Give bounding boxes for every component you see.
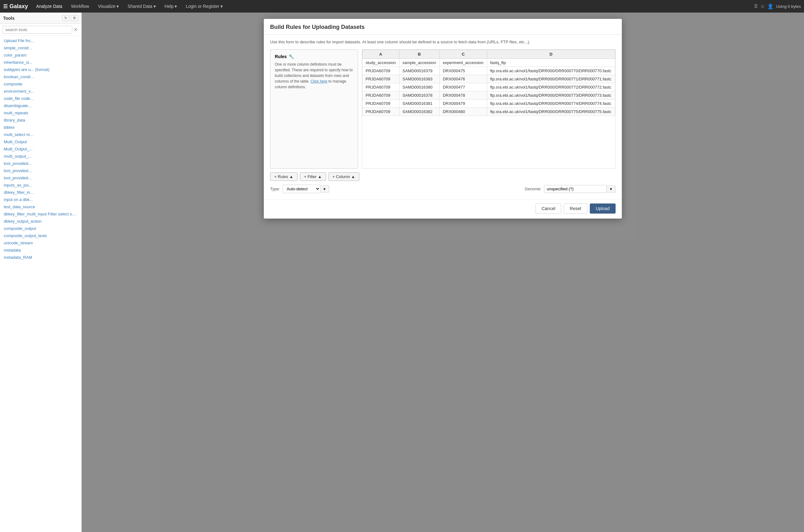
sidebar-link-inputs-json[interactable]: inputs_as_jso... <box>0 182 81 189</box>
cancel-button[interactable]: Cancel <box>535 204 561 213</box>
click-here-link[interactable]: Click here <box>311 79 327 83</box>
table-panel: A B C D study_accession sample_accession… <box>362 49 616 169</box>
sidebar-link-boolean[interactable]: boolean_condi... <box>0 73 81 80</box>
table-cell-1-0: PRJDA60709 <box>362 75 400 83</box>
sidebar-link-simple[interactable]: simple_constr... <box>0 44 81 52</box>
sidebar-link-test-data[interactable]: test_data_source <box>0 203 81 210</box>
sidebar-link-composite[interactable]: composite <box>0 80 81 88</box>
filter-button[interactable]: + Filter ▲ <box>300 172 326 181</box>
genome-input[interactable] <box>544 185 607 193</box>
sidebar-link-input-dbkey[interactable]: input on a dbk... <box>0 196 81 203</box>
sidebar-link-multi-output[interactable]: Multi_Output <box>0 138 81 146</box>
topnav-right: ⠿ ☆ 👤 Using 0 bytes <box>754 3 801 10</box>
genome-dropdown-btn[interactable]: ▼ <box>607 186 616 192</box>
table-cell-0-2: DRX000475 <box>439 67 487 75</box>
sidebar-link-library[interactable]: library_data <box>0 116 81 124</box>
header-experiment: experiment_accession <box>439 59 487 67</box>
table-cell-5-1: SAMD00016382 <box>399 108 439 116</box>
rules-button[interactable]: + Rules ▲ <box>270 172 298 181</box>
sidebar-link-multi-output2[interactable]: Multi_Output_... <box>0 146 81 153</box>
table-cell-3-3: ftp.sra.ebi.ac.uk/vol1/fastq/DRR000/DRR0… <box>487 91 615 99</box>
col-a-header: A <box>362 50 400 59</box>
sidebar-link-disambiguate[interactable]: disambiguate... <box>0 102 81 109</box>
header-sample: sample_accession <box>399 59 439 67</box>
sidebar-title: Tools <box>3 16 15 21</box>
table-cell-2-3: ftp.sra.ebi.ac.uk/vol1/fastq/DRR000/DRR0… <box>487 83 615 91</box>
modal-footer-controls: Type: Auto-detect ▼ Genome: <box>270 181 616 194</box>
table-cell-1-2: DRX000476 <box>439 75 487 83</box>
nav-login[interactable]: Login or Register ▾ <box>182 2 227 10</box>
table-row: PRJDA60709SAMD00016383DRX000476ftp.sra.e… <box>362 75 615 83</box>
status-text: Using 0 bytes <box>776 4 801 9</box>
table-cell-5-0: PRJDA60709 <box>362 108 400 116</box>
rules-actions: + Rules ▲ + Filter ▲ + Column ▲ <box>270 172 616 181</box>
sidebar-link-tool-provided[interactable]: tool_provided... <box>0 160 81 167</box>
grid-icon[interactable]: ⠿ <box>754 3 758 10</box>
modal-actions: Cancel Reset Upload <box>264 200 622 218</box>
type-group: Type: Auto-detect ▼ <box>270 185 329 193</box>
table-cell-0-1: SAMD00016379 <box>399 67 439 75</box>
type-dropdown-btn[interactable]: ▼ <box>320 186 329 192</box>
modal-description: Use this form to describe rules for impo… <box>270 40 616 44</box>
sidebar-link-dbkey-output[interactable]: dbkey_output_action <box>0 217 81 225</box>
upload-button[interactable]: Upload <box>590 204 616 213</box>
table-cell-3-0: PRJDA60709 <box>362 91 400 99</box>
nav-help[interactable]: Help ▾ <box>161 2 181 10</box>
column-button[interactable]: + Column ▲ <box>328 172 359 181</box>
modal-dialog: Build Rules for Uploading Datasets Use t… <box>264 19 622 218</box>
sidebar-settings-btn[interactable]: ⚙ <box>71 15 78 21</box>
sidebar-link-environment[interactable]: environment_v... <box>0 88 81 95</box>
table-cell-4-0: PRJDA60709 <box>362 99 400 108</box>
sidebar-link-multi-repeats[interactable]: multi_repeats <box>0 109 81 116</box>
search-input[interactable] <box>2 26 72 34</box>
sidebar-link-inheritance[interactable]: inheritance_si... <box>0 59 81 66</box>
content-area: Build Rules for Uploading Datasets Use t… <box>82 13 804 532</box>
sidebar-link-metadata[interactable]: metadata <box>0 247 81 254</box>
sidebar-link-subtypes[interactable]: subtypes are u... (format) <box>0 66 81 73</box>
sidebar-link-composite-output-tests[interactable]: composite_output_tests <box>0 232 81 239</box>
sidebar-link-tool-provided3[interactable]: tool_provided... <box>0 174 81 182</box>
sidebar-link-unicode[interactable]: unicode_stream <box>0 239 81 247</box>
nav-shared-data[interactable]: Shared Data ▾ <box>124 2 159 10</box>
nav-workflow[interactable]: Workflow <box>67 2 93 10</box>
sidebar-link-bibtex[interactable]: bibtex <box>0 124 81 131</box>
sidebar-link-dbkey-multi[interactable]: dbkey_filter_multi_input Filter select o… <box>0 210 81 217</box>
modal-title: Build Rules for Uploading Datasets <box>270 24 365 31</box>
header-fastq: fastq_ftp <box>487 59 615 67</box>
sidebar-link-multi-select[interactable]: multi_select m... <box>0 131 81 138</box>
genome-group: Genome: ▼ <box>525 185 616 193</box>
sidebar-link-codefile[interactable]: code_file code... <box>0 95 81 102</box>
rules-panel-description: One or more column definitions must be s… <box>275 61 353 90</box>
type-select[interactable]: Auto-detect <box>283 185 320 193</box>
sidebar-link-upload[interactable]: Upload File fro... <box>0 37 81 44</box>
table-cell-3-2: DRX000478 <box>439 91 487 99</box>
table-cell-0-0: PRJDA60709 <box>362 67 400 75</box>
sidebar-link-tool-provided2[interactable]: tool_provided... <box>0 167 81 174</box>
rules-main: Rules 🔧 One or more column definitions m… <box>270 49 616 169</box>
search-clear-btn[interactable]: ✕ <box>72 27 79 33</box>
nav-analyze[interactable]: Analyze Data <box>32 2 66 10</box>
sidebar-link-metadata-ram[interactable]: metadata_RAM <box>0 254 81 261</box>
genome-label: Genome: <box>525 187 541 191</box>
sidebar-list: Upload File fro... simple_constr... colo… <box>0 36 81 532</box>
sidebar-link-dbkey-filter[interactable]: dbkey_filter_in... <box>0 189 81 196</box>
nav-visualize[interactable]: Visualize ▾ <box>94 2 123 10</box>
table-cell-5-3: ftp.sra.ebi.ac.uk/vol1/fastq/DRR000/DRR0… <box>487 108 615 116</box>
rules-panel: Rules 🔧 One or more column definitions m… <box>270 49 358 169</box>
table-cell-1-1: SAMD00016383 <box>399 75 439 83</box>
modal-body: Use this form to describe rules for impo… <box>264 35 622 200</box>
reset-button[interactable]: Reset <box>564 204 587 213</box>
sidebar-link-color[interactable]: color_param <box>0 52 81 59</box>
modal-header: Build Rules for Uploading Datasets <box>264 19 622 35</box>
brand-icon: ☰ <box>3 3 7 10</box>
sidebar-link-multi-output3[interactable]: multi_output_... <box>0 153 81 160</box>
user-icon[interactable]: 👤 <box>767 3 773 10</box>
table-cell-2-2: DRX000477 <box>439 83 487 91</box>
star-icon[interactable]: ☆ <box>760 3 765 10</box>
header-study: study_accession <box>362 59 400 67</box>
col-c-header: C <box>439 50 487 59</box>
table-cell-0-3: ftp.sra.ebi.ac.uk/vol1/fastq/DRR000/DRR0… <box>487 67 615 75</box>
rules-panel-title: Rules 🔧 <box>275 54 353 59</box>
sidebar-refresh-btn[interactable]: ↻ <box>62 15 70 21</box>
sidebar-link-composite-output[interactable]: composite_output <box>0 225 81 232</box>
